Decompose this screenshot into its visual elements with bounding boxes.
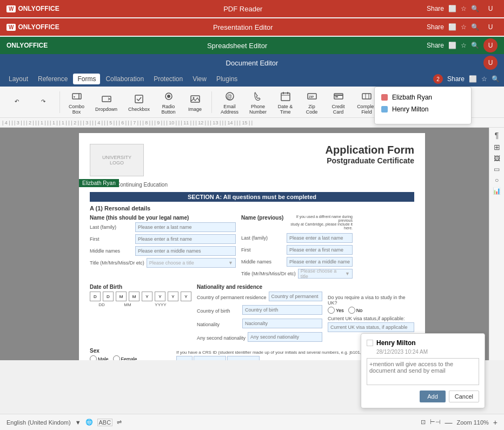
dob-y4[interactable]: Y [181,292,191,301]
dob-y1[interactable]: Y [142,292,152,301]
visa-yes-label: Yes [328,307,344,314]
spell-icon[interactable]: ABC [97,419,113,426]
female-radio[interactable] [113,355,120,360]
dob-m1[interactable]: M [116,292,127,301]
prev-first-input[interactable] [287,245,353,255]
toolbar-datetime[interactable]: Date & Time [273,88,297,117]
paragraph-icon[interactable]: ¶ [495,131,499,140]
table-icon[interactable]: ⊞ [494,143,500,151]
presentation-save-icon[interactable]: ⬜ [448,23,456,31]
image-sidebar-icon[interactable]: 🖼 [494,155,500,162]
zoom-in-button[interactable]: + [493,418,498,427]
prev-last-input[interactable] [287,233,353,243]
menu-view[interactable]: View [188,74,211,84]
zoom-out-button[interactable]: — [445,418,453,427]
dob-d1[interactable]: D [90,292,101,301]
toolbar-phone[interactable]: Phone Number [245,88,271,117]
crs-input-1[interactable] [176,356,193,360]
crs-input-3[interactable] [227,356,260,360]
title-select[interactable]: Please choose a title ▼ [147,258,236,268]
pdf-star-icon[interactable]: ☆ [461,5,467,12]
toolbar-zip[interactable]: ZIP Zip Code [300,88,324,117]
spreadsheet-star-icon[interactable]: ☆ [461,42,467,49]
toolbar-checkbox[interactable]: Checkbox [124,90,154,114]
dob-y3[interactable]: Y [168,292,178,301]
menu-collaboration[interactable]: Collaboration [101,74,148,84]
henry-mention-input[interactable] [367,358,479,385]
last-family-input[interactable] [135,222,236,232]
menubar-search-icon[interactable]: 🔍 [492,75,500,83]
pdf-share[interactable]: Share [427,5,444,12]
presentation-share[interactable]: Share [427,23,444,31]
menu-layout[interactable]: Layout [4,74,32,84]
statusbar-right: ⊡ ⊢⊣ — Zoom 110% + [421,418,498,427]
presentation-avatar[interactable]: U [483,20,498,34]
name-prev-note: If you used a diffrent name during previ… [288,215,353,230]
crs-input-2[interactable] [194,356,226,360]
presentation-search-icon[interactable]: 🔍 [471,23,479,31]
henry-checkbox[interactable] [367,340,373,346]
globe-icon[interactable]: 🌐 [85,419,93,426]
perm-residence-input[interactable] [269,292,322,301]
dob-y2[interactable]: Y [155,292,165,301]
svg-text:▼: ▼ [73,95,76,98]
spreadsheet-share[interactable]: Share [427,42,444,49]
pdf-logo: W ONLYOFFICE [6,5,59,12]
visa-status-input[interactable] [328,322,414,332]
spreadsheet-search-icon[interactable]: 🔍 [471,42,479,49]
spreadsheet-topbar: ONLYOFFICE Spreadsheet Editor Share ⬜ ☆ … [0,37,504,54]
prev-title-select[interactable]: Please choose a title ▼ [298,269,353,279]
henry-dot [381,106,388,113]
shape-icon[interactable]: ○ [495,176,499,184]
statusbar: English (United Kindom) ▼ 🌐 ABC ⇌ ⊡ ⊢⊣ —… [0,414,504,430]
format-icon[interactable]: ⇌ [117,419,122,426]
toolbar-redo[interactable]: ↷ [31,93,55,111]
dob-m2[interactable]: M [129,292,140,301]
toolbar-credit[interactable]: Credit Card [326,88,350,117]
pdf-search-icon[interactable]: 🔍 [471,5,479,12]
menu-forms[interactable]: Forms [73,74,100,84]
henry-add-button[interactable]: Add [420,391,446,402]
chart-icon[interactable]: 📊 [493,187,501,195]
pdf-avatar[interactable]: U [483,2,498,16]
toolbar-undo[interactable]: ↶ [4,93,29,111]
prev-middle-input[interactable] [287,257,353,267]
section-a-header: SECTION A: All questions must be complet… [90,192,414,202]
country-birth-input[interactable] [242,305,322,315]
fit-width-icon[interactable]: ⊢⊣ [430,419,441,426]
spreadsheet-save-icon[interactable]: ⬜ [448,42,456,49]
first-input[interactable] [135,234,236,244]
menu-plugins[interactable]: Plugins [212,74,242,84]
title-row: Title (Mr/Mrs/Miss/Dr etc) Please choose… [90,258,236,268]
prev-title-label: Title (Mr/Mrs/Miss/Dr etc) [241,271,296,276]
visa-yes-radio[interactable] [328,307,335,314]
toolbar-radio[interactable]: Radio Button [156,88,181,117]
visa-no-radio[interactable] [348,307,355,314]
toolbar-dropdown[interactable]: Dropdown [91,90,122,114]
pdf-save-icon[interactable]: ⬜ [448,5,456,12]
fit-page-icon[interactable]: ⊡ [421,419,426,426]
menubar-save-icon[interactable]: ⬜ [469,75,477,83]
title-placeholder: Please choose a title [149,260,194,266]
middle-input[interactable] [135,246,236,256]
nationality-input[interactable] [242,319,322,328]
spreadsheet-avatar[interactable]: U [483,38,498,52]
doc-editor-avatar[interactable]: U [483,56,498,70]
henry-cancel-button[interactable]: Cancel [449,391,479,402]
pdf-title: PDF Reader [64,5,422,13]
toolbar-combo[interactable]: ▼ Combo Box [64,88,89,117]
male-radio[interactable] [90,355,97,360]
menu-reference[interactable]: Reference [34,74,72,84]
language-selector[interactable]: English (United Kindom) [6,419,71,426]
menubar-share[interactable]: Share [447,75,465,83]
presentation-star-icon[interactable]: ☆ [461,23,467,31]
language-chevron[interactable]: ▼ [75,419,81,426]
second-nationality-input[interactable] [248,332,322,342]
dob-d2[interactable]: D [103,292,114,301]
toolbar-image[interactable]: Image [183,90,207,114]
menu-protection[interactable]: Protection [149,74,187,84]
textbox-icon[interactable]: ▭ [494,166,500,173]
phone-label: Phone Number [249,104,267,115]
menubar-star-icon[interactable]: ☆ [481,75,487,83]
toolbar-email[interactable]: @ Email Address [216,88,243,117]
